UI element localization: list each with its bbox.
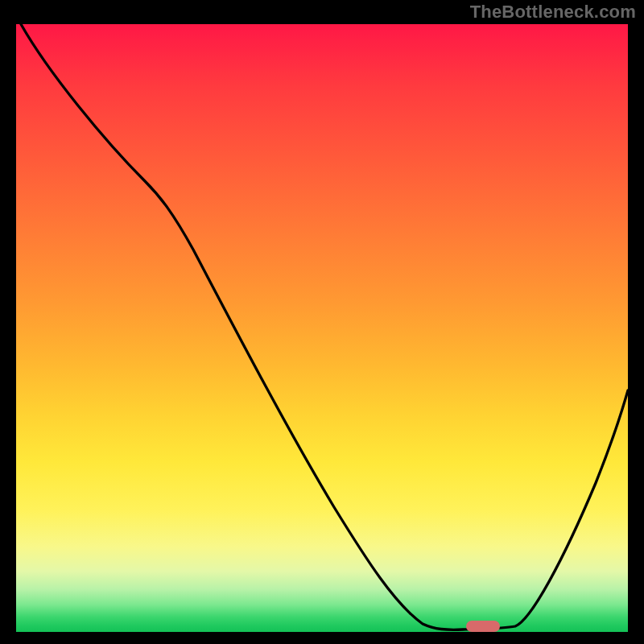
optimal-marker <box>466 621 500 632</box>
curve-path <box>21 24 628 630</box>
plot-area <box>16 24 628 632</box>
bottleneck-curve <box>16 24 628 632</box>
chart-frame: TheBottleneck.com <box>0 0 644 644</box>
watermark-text: TheBottleneck.com <box>470 2 636 23</box>
